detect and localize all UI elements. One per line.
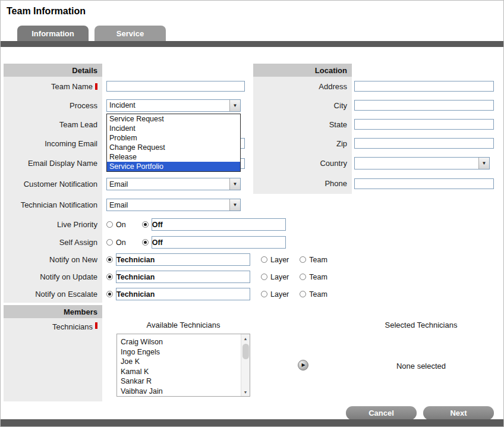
process-option-incident[interactable]: Incident xyxy=(107,124,240,133)
country-label: Country xyxy=(253,153,352,173)
location-section: Location Address City State Zip Country … xyxy=(253,64,497,194)
technician-item[interactable]: Kamal K xyxy=(121,367,250,377)
technicians-field: Available Technicians Craig Wilson Ingo … xyxy=(116,318,485,401)
live-priority-on-label: On xyxy=(116,221,126,229)
notify-on-new-row: Notify on New Technician Layer Team xyxy=(4,251,500,268)
technician-notification-label: Technician Notification xyxy=(4,194,102,215)
notify-escalate-team-label: Team xyxy=(309,290,327,299)
team-name-input[interactable] xyxy=(106,81,245,92)
move-right-button[interactable]: ▶ xyxy=(298,360,308,371)
zip-input[interactable] xyxy=(354,138,494,149)
phone-label: Phone xyxy=(253,173,352,194)
technician-item[interactable]: Joe K xyxy=(121,357,250,367)
zip-label: Zip xyxy=(253,134,352,153)
self-assign-off-label: Off xyxy=(152,236,286,249)
selected-technicians-header: Selected Technicians xyxy=(357,321,485,329)
bottom-divider-bar xyxy=(1,419,503,426)
live-priority-on-radio[interactable] xyxy=(106,221,113,228)
live-priority-off-radio[interactable] xyxy=(142,221,149,228)
notify-new-technician-label: Technician xyxy=(116,253,250,266)
page-title: Team Information xyxy=(7,6,86,17)
technicians-row: Technicians Available Technicians Craig … xyxy=(4,318,500,401)
dropdown-arrow-icon[interactable]: ▼ xyxy=(229,199,240,211)
dropdown-arrow-icon[interactable]: ▼ xyxy=(229,100,240,111)
technicians-label: Technicians xyxy=(4,318,102,401)
technician-item[interactable]: Craig Wilson xyxy=(121,337,250,347)
customer-notification-select[interactable]: Email ▼ xyxy=(106,178,241,190)
state-label: State xyxy=(253,115,352,134)
incoming-email-label: Incoming Email xyxy=(4,134,102,153)
notify-escalate-layer-radio[interactable] xyxy=(261,291,267,297)
cancel-button[interactable]: Cancel xyxy=(346,406,417,420)
process-option-service-request[interactable]: Service Request xyxy=(107,114,240,124)
country-row: Country ▼ xyxy=(253,153,497,173)
customer-notification-label: Customer Notification xyxy=(4,174,102,194)
move-right-icon: ▶ xyxy=(301,363,305,368)
process-select[interactable]: Incident ▼ xyxy=(106,99,241,112)
dropdown-arrow-icon[interactable]: ▼ xyxy=(478,158,489,169)
phone-input[interactable] xyxy=(354,178,494,189)
next-button[interactable]: Next xyxy=(423,406,494,420)
notify-new-team-label: Team xyxy=(309,256,327,264)
notify-update-layer-radio[interactable] xyxy=(261,274,267,280)
location-header: Location xyxy=(253,64,352,77)
dropdown-arrow-icon[interactable]: ▼ xyxy=(229,178,240,190)
available-technicians-column: Available Technicians Craig Wilson Ingo … xyxy=(116,321,250,401)
technician-item[interactable]: Vaibhav Jain xyxy=(121,387,250,397)
technician-item[interactable]: Sankar R xyxy=(121,376,250,387)
process-option-change-request[interactable]: Change Request xyxy=(107,143,240,152)
live-priority-row: Live Priority On Off xyxy=(4,215,500,234)
details-header: Details xyxy=(4,64,102,77)
address-input[interactable] xyxy=(354,81,494,92)
notify-on-update-row: Notify on Update Technician Layer Team xyxy=(4,268,500,285)
notify-new-team-radio[interactable] xyxy=(300,256,306,263)
notify-update-technician-label: Technician xyxy=(116,271,250,283)
required-marker xyxy=(95,83,97,90)
notify-on-escalate-row: Notify on Escalate Technician Layer Team xyxy=(4,285,500,303)
process-options-list: Service Request Incident Problem Change … xyxy=(106,114,241,172)
live-priority-label: Live Priority xyxy=(4,215,102,234)
scroll-up-icon[interactable]: ▲ xyxy=(241,334,250,343)
notify-on-update-label: Notify on Update xyxy=(4,268,102,285)
process-option-service-portfolio[interactable]: Service Portfolio xyxy=(107,162,240,171)
state-row: State xyxy=(253,115,497,134)
city-label: City xyxy=(253,96,352,115)
none-selected-text: None selected xyxy=(357,362,485,371)
process-option-release[interactable]: Release xyxy=(107,152,240,162)
notify-update-team-radio[interactable] xyxy=(300,274,306,280)
customer-notification-value: Email xyxy=(107,180,229,189)
technician-notification-select[interactable]: Email ▼ xyxy=(106,199,241,211)
process-option-problem[interactable]: Problem xyxy=(107,133,240,143)
notify-escalate-technician-radio[interactable] xyxy=(106,291,113,297)
notify-new-layer-label: Layer xyxy=(270,256,289,264)
country-select[interactable]: ▼ xyxy=(354,157,490,169)
selected-technicians-column: Selected Technicians None selected xyxy=(357,321,485,401)
notify-escalate-team-radio[interactable] xyxy=(300,291,306,297)
notify-new-layer-radio[interactable] xyxy=(261,256,267,263)
notify-escalate-layer-label: Layer xyxy=(270,290,289,299)
state-input[interactable] xyxy=(354,119,494,130)
notify-on-new-label: Notify on New xyxy=(4,251,102,268)
tab-service[interactable]: Service xyxy=(94,26,166,41)
notify-update-layer-label: Layer xyxy=(270,273,289,281)
notify-escalate-technician-label: Technician xyxy=(116,288,250,300)
city-input[interactable] xyxy=(354,100,494,111)
required-marker xyxy=(95,322,97,329)
self-assign-off-radio[interactable] xyxy=(142,239,149,246)
listbox-scrollbar[interactable]: ▲ ▼ xyxy=(241,334,250,396)
self-assign-on-radio[interactable] xyxy=(106,239,113,246)
notify-update-technician-radio[interactable] xyxy=(106,274,113,280)
technician-list: Craig Wilson Ingo Engels Joe K Kamal K S… xyxy=(117,334,250,396)
top-divider-bar xyxy=(1,41,503,47)
phone-row: Phone xyxy=(253,173,497,194)
notify-new-technician-radio[interactable] xyxy=(106,256,113,263)
technician-item[interactable]: Ingo Engels xyxy=(121,347,250,357)
notify-on-escalate-label: Notify on Escalate xyxy=(4,285,102,303)
scroll-down-icon[interactable]: ▼ xyxy=(241,388,250,396)
self-assign-label: Self Assign xyxy=(4,234,102,251)
tab-information[interactable]: Information xyxy=(17,26,89,41)
technician-notification-value: Email xyxy=(107,201,229,209)
available-technicians-listbox[interactable]: Craig Wilson Ingo Engels Joe K Kamal K S… xyxy=(116,334,250,397)
scrollbar-thumb[interactable] xyxy=(242,344,249,359)
members-header: Members xyxy=(4,305,102,318)
